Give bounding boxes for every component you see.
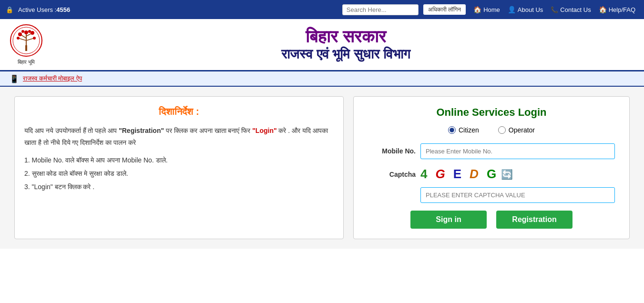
lock-icon: 🔒 — [6, 6, 13, 13]
mobile-field-row: Mobile No. — [368, 143, 615, 159]
captcha-char-3: E — [453, 167, 463, 182]
captcha-field-row: Captcha 4 G E D G 🔄 — [368, 167, 615, 203]
captcha-char-space3 — [464, 169, 469, 179]
search-input[interactable] — [342, 4, 419, 15]
nav-about[interactable]: 👤 About Us — [505, 5, 546, 14]
captcha-char-space — [430, 169, 434, 179]
captcha-char-2: G — [435, 167, 447, 182]
login-title: Online Services Login — [368, 106, 615, 119]
instructions-panel: दिशानिर्देश : यदि आप नये उपयोगकर्ता हैं … — [14, 96, 344, 239]
captcha-label: Captcha — [368, 167, 416, 178]
svg-point-12 — [24, 30, 28, 34]
subnav: 📱 राजस्व कर्मचारी मोबाइल ऐप — [0, 71, 644, 87]
top-nav: 🏠 Home 👤 About Us 📞 Contact Us 🏠 Help/FA… — [470, 5, 638, 14]
captcha-chars: 4 G E D G — [420, 167, 498, 182]
home-icon: 🏠 — [473, 6, 481, 13]
radio-citizen[interactable] — [448, 126, 456, 134]
officer-login-button[interactable]: अधिकारी लॉगिन — [423, 4, 466, 15]
nav-help[interactable]: 🏠 Help/FAQ — [596, 5, 638, 14]
phone-icon: 📞 — [551, 6, 558, 13]
main-content: दिशानिर्देश : यदि आप नये उपयोगकर्ता हैं … — [0, 87, 644, 249]
radio-operator[interactable] — [498, 126, 506, 134]
captcha-char-4: D — [470, 167, 480, 182]
captcha-display: 4 G E D G 🔄 — [420, 167, 615, 182]
svg-point-13 — [21, 30, 24, 33]
logo: बिहार भूमि — [10, 24, 43, 65]
captcha-char-1: 4 — [420, 167, 429, 182]
instructions-title: दिशानिर्देश : — [24, 106, 334, 117]
instructions-text: यदि आप नये उपयोगकर्ता हैं तो पहले आप "Re… — [24, 125, 334, 149]
header-title: बिहार सरकार राजस्व एवं भूमि सुधार विभाग — [57, 27, 634, 62]
signin-button[interactable]: Sign in — [410, 211, 487, 229]
nav-home[interactable]: 🏠 Home — [470, 5, 503, 14]
nav-contact[interactable]: 📞 Contact Us — [548, 5, 593, 14]
logo-text: बिहार भूमि — [18, 59, 35, 65]
svg-point-9 — [31, 31, 34, 35]
svg-point-10 — [17, 37, 20, 40]
svg-rect-2 — [25, 45, 27, 51]
title-main: बिहार सरकार — [57, 27, 634, 47]
about-icon: 👤 — [508, 6, 516, 13]
refresh-captcha-icon[interactable]: 🔄 — [501, 169, 513, 180]
topbar: 🔒 Active Users :4556 अधिकारी लॉगिन 🏠 Hom… — [0, 0, 644, 19]
active-users-label: Active Users :4556 — [18, 6, 70, 13]
subnav-link[interactable]: राजस्व कर्मचारी मोबाइल ऐप — [23, 75, 82, 82]
registration-button[interactable]: Registration — [496, 211, 572, 229]
svg-point-11 — [33, 37, 36, 40]
captcha-input[interactable] — [420, 187, 615, 203]
title-sub: राजस्व एवं भूमि सुधार विभाग — [57, 47, 634, 62]
emblem-svg — [10, 24, 43, 57]
mobile-input[interactable] — [420, 143, 615, 159]
captcha-inputs: 4 G E D G 🔄 — [420, 167, 615, 203]
help-icon: 🏠 — [599, 6, 607, 13]
login-panel: Online Services Login Citizen Operator M… — [353, 96, 630, 239]
radio-citizen-label[interactable]: Citizen — [448, 126, 479, 134]
captcha-char-space4 — [481, 169, 486, 179]
mobile-inputs — [420, 143, 615, 159]
mobile-label: Mobile No. — [368, 143, 416, 155]
captcha-char-5: G — [487, 167, 498, 182]
svg-point-14 — [28, 30, 31, 33]
captcha-char-space2 — [448, 169, 452, 179]
login-buttons: Sign in Registration — [368, 211, 615, 229]
svg-point-8 — [18, 32, 22, 36]
instructions-step1: 1. Mobile No. वाले बॉक्स मे आप अपना Mobi… — [24, 153, 334, 193]
radio-operator-label[interactable]: Operator — [498, 126, 535, 134]
header: बिहार भूमि बिहार सरकार राजस्व एवं भूमि स… — [0, 19, 644, 71]
subnav-icon: 📱 — [10, 74, 19, 83]
login-radio-group: Citizen Operator — [368, 126, 615, 134]
